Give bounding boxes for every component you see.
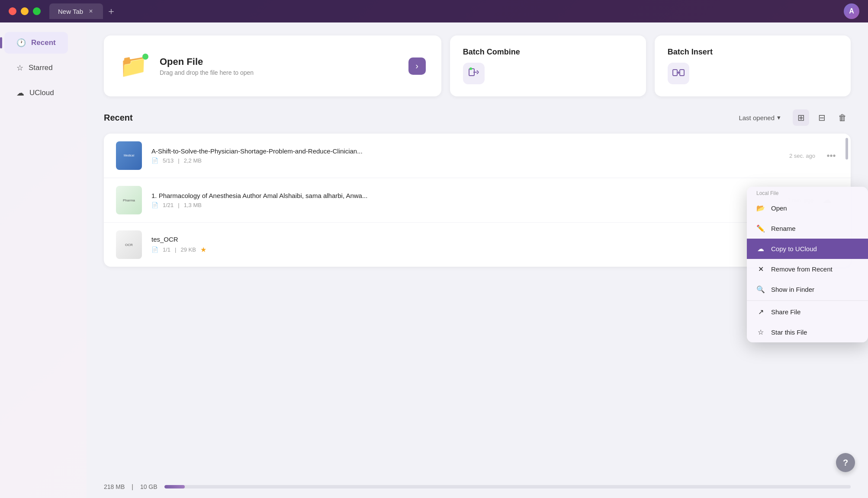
storage-bar-fill	[164, 485, 185, 488]
tab-close-button[interactable]: ✕	[87, 8, 94, 15]
file-thumbnail: Pharma	[116, 186, 142, 214]
svg-rect-5	[673, 70, 677, 76]
table-row[interactable]: OCR tes_OCR 📄 1/1 | 29 KB ★ 1 hr. ago ☁	[104, 223, 851, 267]
storage-used: 218 MB	[104, 483, 125, 490]
context-menu-label-share: Share File	[771, 308, 800, 316]
active-indicator	[0, 37, 2, 48]
list-view-button[interactable]: ⊟	[813, 109, 830, 126]
ucloud-icon: ☁	[16, 88, 24, 98]
batch-combine-title: Batch Combine	[463, 48, 520, 57]
file-list: Medical A-Shift-to-Solve-the-Physician-S…	[104, 134, 851, 267]
context-menu-divider	[747, 300, 868, 301]
file-more-button[interactable]: •••	[824, 148, 839, 163]
scrollbar[interactable]	[845, 138, 848, 160]
recent-icon: 🕐	[16, 38, 26, 48]
context-menu-item-remove-from-recent[interactable]: ✕ Remove from Recent	[747, 259, 868, 279]
batch-insert-card[interactable]: Batch Insert	[655, 35, 851, 96]
sidebar-item-label: Recent	[31, 38, 56, 47]
svg-rect-6	[680, 70, 684, 76]
minimize-button[interactable]	[21, 7, 29, 15]
page-icon: 📄	[151, 157, 158, 164]
grid-view-button[interactable]: ⊞	[793, 109, 809, 126]
starred-icon: ☆	[16, 63, 23, 73]
maximize-button[interactable]	[33, 7, 41, 15]
recent-title: Recent	[104, 113, 133, 123]
page-icon: 📄	[151, 246, 158, 253]
context-menu-item-rename[interactable]: ✏️ Rename	[747, 218, 868, 239]
new-tab-button[interactable]: ＋	[105, 5, 118, 18]
context-menu-item-share-file[interactable]: ↗ Share File	[747, 302, 868, 322]
status-dot	[142, 54, 148, 60]
file-size: 29 KB	[180, 246, 196, 253]
svg-point-4	[469, 67, 472, 70]
file-meta: 📄 1/1 | 29 KB ★	[151, 246, 791, 254]
page-icon: 📄	[151, 202, 158, 208]
context-menu-type-label: Local File	[747, 187, 868, 198]
tab-bar: New Tab ✕ ＋	[49, 3, 118, 19]
sort-label: Last opened	[739, 114, 775, 121]
sidebar-item-recent[interactable]: 🕐 Recent	[4, 32, 68, 54]
file-thumbnail: Medical	[116, 141, 142, 170]
batch-insert-title: Batch Insert	[668, 48, 713, 57]
sidebar-item-label: Starred	[29, 64, 53, 72]
storage-total: 10 GB	[140, 483, 158, 490]
share-icon: ↗	[756, 308, 765, 316]
open-file-card[interactable]: 📁 Open File Drag and drop the file here …	[104, 35, 441, 96]
file-meta: 📄 5/13 | 2,2 MB	[151, 157, 789, 164]
file-name: 1. Pharmacology of Anesthesia Author Ama…	[151, 192, 787, 199]
folder-icon: 📁	[119, 53, 148, 79]
remove-icon: ✕	[756, 265, 765, 273]
batch-combine-card[interactable]: Batch Combine	[450, 35, 646, 96]
context-menu-item-show-in-finder[interactable]: 🔍 Show in Finder	[747, 279, 868, 300]
sidebar-item-ucloud[interactable]: ☁ UCloud	[4, 82, 82, 104]
storage-bar-background	[164, 485, 851, 488]
traffic-lights	[9, 7, 41, 15]
sidebar-item-label: UCloud	[29, 89, 54, 97]
sidebar-item-starred[interactable]: ☆ Starred	[4, 57, 82, 79]
context-menu-item-open[interactable]: 📂 Open	[747, 198, 868, 218]
open-file-subtitle: Drag and drop the file here to open	[160, 69, 254, 76]
file-pages: 5/13	[163, 157, 174, 164]
open-file-arrow-button[interactable]: ›	[408, 57, 426, 75]
avatar[interactable]: A	[844, 3, 859, 19]
rename-icon: ✏️	[756, 224, 765, 233]
context-menu: Local File 📂 Open ✏️ Rename ☁ Copy to UC…	[747, 187, 868, 342]
open-file-title: Open File	[160, 56, 254, 67]
table-row[interactable]: Medical A-Shift-to-Solve-the-Physician-S…	[104, 134, 851, 178]
context-menu-label-copy: Copy to UCloud	[771, 245, 817, 252]
recent-header: Recent Last opened ▾ ⊞ ⊟ 🗑	[104, 109, 851, 126]
delete-button[interactable]: 🗑	[834, 109, 851, 126]
context-menu-label-remove: Remove from Recent	[771, 265, 833, 273]
content-area: 📁 Open File Drag and drop the file here …	[87, 22, 868, 498]
file-pages: 1/21	[163, 202, 174, 208]
main-content: 🕐 Recent ☆ Starred ☁ UCloud 📁 Open File	[0, 22, 868, 498]
storage-separator: |	[132, 483, 133, 490]
file-info: A-Shift-to-Solve-the-Physician-Shortage-…	[151, 147, 789, 164]
help-button[interactable]: ?	[836, 453, 855, 472]
context-menu-item-star-this-file[interactable]: ☆ Star this File	[747, 322, 868, 342]
tab-label: New Tab	[58, 8, 83, 15]
svg-line-2	[477, 70, 479, 72]
open-icon: 📂	[756, 204, 765, 212]
context-menu-item-copy-to-ucloud[interactable]: ☁ Copy to UCloud	[747, 239, 868, 259]
context-menu-label-star: Star this File	[771, 329, 807, 336]
file-name: A-Shift-to-Solve-the-Physician-Shortage-…	[151, 147, 789, 155]
finder-icon: 🔍	[756, 285, 765, 294]
context-menu-label-finder: Show in Finder	[771, 286, 814, 293]
new-tab[interactable]: New Tab ✕	[49, 3, 103, 19]
chevron-down-icon: ▾	[777, 114, 781, 121]
table-row[interactable]: Pharma 1. Pharmacology of Anesthesia Aut…	[104, 178, 851, 223]
file-info: tes_OCR 📄 1/1 | 29 KB ★	[151, 236, 791, 254]
file-pages: 1/1	[163, 246, 170, 253]
context-menu-label-rename: Rename	[771, 225, 796, 232]
svg-line-3	[477, 72, 479, 74]
titlebar: New Tab ✕ ＋ A	[0, 0, 868, 22]
file-size: 2,2 MB	[184, 157, 202, 164]
file-size: 1,3 MB	[184, 202, 202, 208]
sort-button[interactable]: Last opened ▾	[734, 111, 785, 124]
file-meta: 📄 1/21 | 1,3 MB	[151, 202, 787, 208]
close-button[interactable]	[9, 7, 16, 15]
open-file-text: Open File Drag and drop the file here to…	[160, 56, 254, 76]
cards-row: 📁 Open File Drag and drop the file here …	[104, 35, 851, 96]
batch-combine-icon	[463, 63, 485, 84]
